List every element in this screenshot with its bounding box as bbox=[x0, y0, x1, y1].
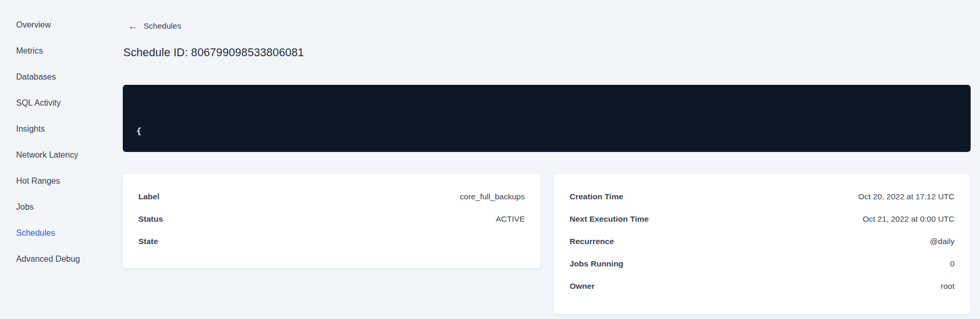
detail-row-recurrence: Recurrence @daily bbox=[570, 230, 955, 252]
row-value: 0 bbox=[950, 259, 955, 269]
row-label: Recurrence bbox=[570, 237, 614, 246]
row-value: Oct 20, 2022 at 17:12 UTC bbox=[858, 192, 955, 201]
schedule-backup-statement-code-block: { "backup_statement": "BACKUP INTO 's3:/… bbox=[123, 85, 971, 152]
schedule-details-card: Label core_full_backups Status ACTIVE St… bbox=[122, 173, 541, 269]
detail-row-state: State bbox=[138, 230, 525, 252]
back-link-label: Schedules bbox=[144, 21, 181, 31]
row-value: root bbox=[940, 282, 955, 291]
back-to-schedules-link[interactable]: ← Schedules bbox=[128, 21, 181, 31]
row-label: Label bbox=[138, 192, 159, 201]
sidebar-item-jobs[interactable]: Jobs bbox=[0, 194, 107, 220]
row-label: State bbox=[138, 237, 158, 246]
sidebar-item-network-latency[interactable]: Network Latency bbox=[0, 142, 107, 168]
sidebar-item-advanced-debug[interactable]: Advanced Debug bbox=[0, 246, 107, 272]
detail-row-jobs-running: Jobs Running 0 bbox=[570, 252, 955, 275]
sidebar-item-databases[interactable]: Databases bbox=[0, 64, 107, 90]
row-label: Status bbox=[138, 214, 163, 224]
sidebar-item-schedules[interactable]: Schedules bbox=[0, 220, 107, 246]
code-line: { bbox=[136, 124, 957, 138]
row-value: ACTIVE bbox=[496, 214, 525, 224]
row-label: Creation Time bbox=[570, 192, 623, 201]
row-value: core_full_backups bbox=[460, 192, 525, 201]
row-label: Jobs Running bbox=[570, 259, 623, 269]
sidebar-item-metrics[interactable]: Metrics bbox=[0, 38, 107, 64]
detail-cards-row: Label core_full_backups Status ACTIVE St… bbox=[122, 173, 971, 314]
detail-row-next-execution-time: Next Execution Time Oct 21, 2022 at 0:00… bbox=[570, 208, 955, 230]
row-label: Next Execution Time bbox=[570, 214, 649, 224]
row-value: @daily bbox=[930, 237, 955, 246]
sidebar-item-sql-activity[interactable]: SQL Activity bbox=[0, 90, 107, 116]
sidebar-item-overview[interactable]: Overview bbox=[0, 12, 107, 38]
row-label: Owner bbox=[570, 282, 595, 291]
detail-row-status: Status ACTIVE bbox=[138, 208, 525, 230]
page-title: Schedule ID: 806799098533806081 bbox=[123, 46, 304, 59]
sidebar-nav: Overview Metrics Databases SQL Activity … bbox=[0, 12, 107, 272]
arrow-left-icon: ← bbox=[128, 21, 137, 31]
sidebar-item-hot-ranges[interactable]: Hot Ranges bbox=[0, 168, 107, 194]
sidebar-item-insights[interactable]: Insights bbox=[0, 116, 107, 142]
detail-row-owner: Owner root bbox=[570, 275, 955, 297]
detail-row-label: Label core_full_backups bbox=[138, 185, 525, 208]
row-value: Oct 21, 2022 at 0:00 UTC bbox=[862, 214, 955, 224]
detail-row-creation-time: Creation Time Oct 20, 2022 at 17:12 UTC bbox=[570, 185, 955, 208]
schedule-timing-card: Creation Time Oct 20, 2022 at 17:12 UTC … bbox=[553, 173, 971, 314]
